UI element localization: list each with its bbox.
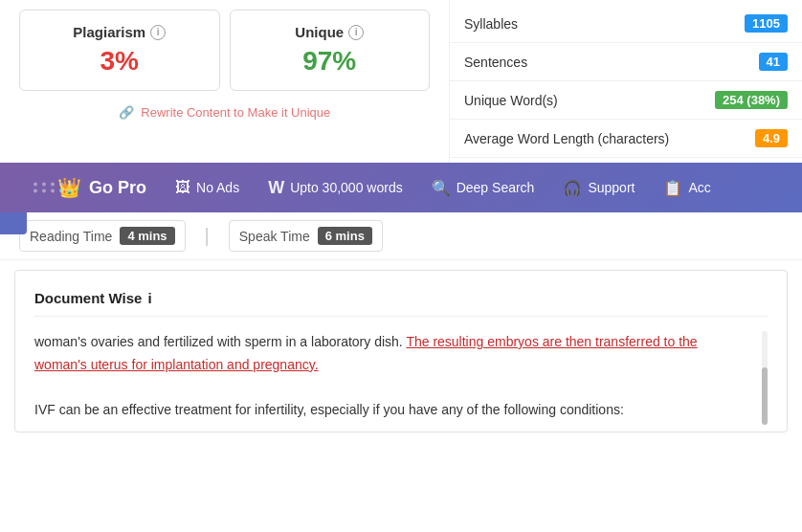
doc-paragraph-2: IVF can be an effective treatment for in… <box>34 399 748 422</box>
document-info-icon[interactable]: i <box>147 290 151 306</box>
deep-search-icon: 🔍 <box>432 179 451 197</box>
link-icon: 🔗 <box>119 105 134 120</box>
avg-word-length-label: Average Word Length (characters) <box>450 120 696 158</box>
sidebar-tab-label: e <box>0 364 23 377</box>
document-section: Document Wise i woman's ovaries and fert… <box>14 270 788 432</box>
syllables-value: 1105 <box>696 5 802 43</box>
plagiarism-title: Plagiarism i <box>39 24 200 40</box>
unique-title: Unique i <box>250 24 411 40</box>
speak-time-badge: 6 mins <box>318 227 372 245</box>
reading-time-badge: 4 mins <box>120 227 174 245</box>
document-content: woman's ovaries and fertilized with sper… <box>34 331 768 422</box>
unique-info-icon[interactable]: i <box>348 25 364 40</box>
right-panel: Syllables 1105 Sentences 41 Unique Word(… <box>450 0 802 163</box>
unique-words-value: 254 (38%) <box>696 81 802 120</box>
acc-label: Acc <box>688 180 710 195</box>
sentences-label: Sentences <box>450 43 696 81</box>
unique-words-label: Unique Word(s) <box>450 81 696 120</box>
top-section: Plagiarism i 3% Unique i 97% 🔗 Rew <box>0 0 802 163</box>
avg-word-badge: 4.9 <box>755 129 788 147</box>
table-row: Average Word Length (characters) 4.9 <box>450 120 802 158</box>
syllables-label: Syllables <box>450 5 696 43</box>
go-pro-banner[interactable]: 👑 Go Pro 🖼 No Ads W Upto 30,000 words 🔍 … <box>0 163 802 212</box>
doc-text-1: woman's ovaries and fertilized with sper… <box>34 334 403 349</box>
acc-icon: 📋 <box>663 179 682 197</box>
speak-time-label: Speak Time <box>239 229 310 244</box>
speak-time-item: Speak Time 6 mins <box>229 220 383 252</box>
pro-feature-acc: 📋 Acc <box>663 179 710 197</box>
document-title: Document Wise i <box>34 290 768 317</box>
doc-text-2: IVF can be an effective treatment for in… <box>34 402 624 417</box>
stats-table: Syllables 1105 Sentences 41 Unique Word(… <box>450 5 802 158</box>
words-label: Upto 30,000 words <box>290 180 403 195</box>
sentences-badge: 41 <box>759 53 788 71</box>
scrollbar-track[interactable] <box>762 331 768 422</box>
avg-word-length-value: 4.9 <box>696 120 802 158</box>
table-row: Syllables 1105 <box>450 5 802 43</box>
document-content-area: woman's ovaries and fertilized with sper… <box>34 331 768 422</box>
table-row: Sentences 41 <box>450 43 802 81</box>
reading-time-item: Reading Time 4 mins <box>19 220 186 252</box>
unique-value: 97% <box>250 46 411 77</box>
reading-divider: | <box>205 225 210 247</box>
scrollbar-thumb[interactable] <box>762 367 768 425</box>
sentences-value: 41 <box>696 43 802 81</box>
pro-feature-no-ads: 🖼 No Ads <box>175 179 239 196</box>
no-ads-icon: 🖼 <box>175 179 190 196</box>
unique-words-badge: 254 (38%) <box>715 91 788 109</box>
syllables-badge: 1105 <box>745 14 788 33</box>
plagiarism-info-icon[interactable]: i <box>150 25 166 40</box>
plagiarism-value: 3% <box>39 46 200 77</box>
reading-time-label: Reading Time <box>30 229 112 244</box>
doc-paragraph-1: woman's ovaries and fertilized with sper… <box>34 331 748 377</box>
pro-feature-support: 🎧 Support <box>563 179 635 197</box>
unique-card: Unique i 97% <box>230 10 431 91</box>
reading-bar: Reading Time 4 mins | Speak Time 6 mins <box>0 212 802 260</box>
dots-pattern <box>33 183 74 193</box>
table-row: Unique Word(s) 254 (38%) <box>450 81 802 120</box>
rewrite-link-area: 🔗 Rewrite Content to Make it Unique <box>19 105 430 120</box>
stats-cards: Plagiarism i 3% Unique i 97% <box>19 10 430 91</box>
make-unique-link[interactable]: Make it Unique <box>248 105 331 120</box>
no-ads-label: No Ads <box>196 180 239 195</box>
support-icon: 🎧 <box>563 179 582 197</box>
pro-feature-deep-search: 🔍 Deep Search <box>432 179 535 197</box>
words-icon: W <box>268 178 284 198</box>
pro-feature-words: W Upto 30,000 words <box>268 178 403 198</box>
left-panel: Plagiarism i 3% Unique i 97% 🔗 Rew <box>0 0 450 163</box>
plagiarism-card: Plagiarism i 3% <box>19 10 220 91</box>
support-label: Support <box>588 180 635 195</box>
deep-search-label: Deep Search <box>457 180 535 195</box>
